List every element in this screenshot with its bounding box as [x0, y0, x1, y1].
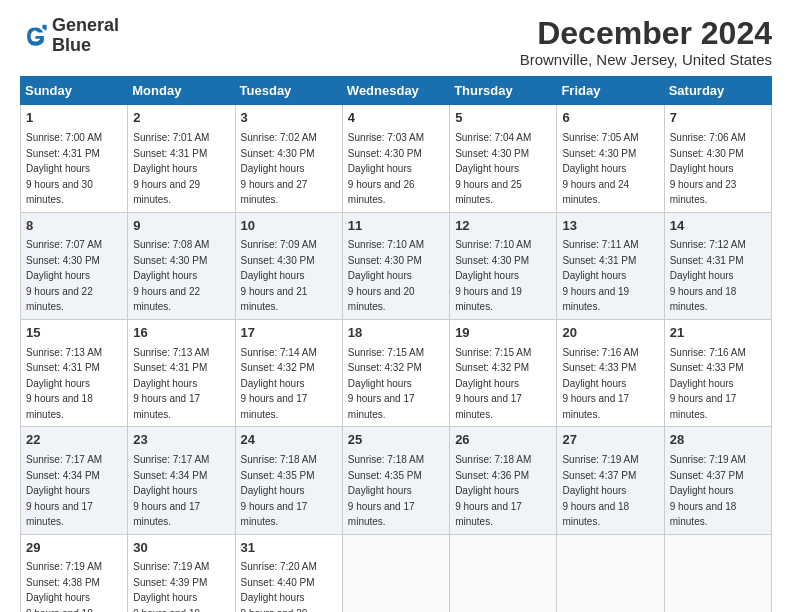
- day-cell: 5 Sunrise: 7:04 AMSunset: 4:30 PMDayligh…: [450, 105, 557, 212]
- day-cell: 24 Sunrise: 7:18 AMSunset: 4:35 PMDaylig…: [235, 427, 342, 534]
- day-cell: 20 Sunrise: 7:16 AMSunset: 4:33 PMDaylig…: [557, 319, 664, 426]
- day-info: Sunrise: 7:06 AMSunset: 4:30 PMDaylight …: [670, 132, 746, 205]
- day-info: Sunrise: 7:10 AMSunset: 4:30 PMDaylight …: [348, 239, 424, 312]
- logo-line2: Blue: [52, 36, 119, 56]
- day-info: Sunrise: 7:14 AMSunset: 4:32 PMDaylight …: [241, 347, 317, 420]
- day-cell: 25 Sunrise: 7:18 AMSunset: 4:35 PMDaylig…: [342, 427, 449, 534]
- day-number: 8: [26, 217, 122, 236]
- day-cell: [342, 534, 449, 612]
- day-cell: 29 Sunrise: 7:19 AMSunset: 4:38 PMDaylig…: [21, 534, 128, 612]
- day-info: Sunrise: 7:16 AMSunset: 4:33 PMDaylight …: [562, 347, 638, 420]
- day-cell: 17 Sunrise: 7:14 AMSunset: 4:32 PMDaylig…: [235, 319, 342, 426]
- day-number: 16: [133, 324, 229, 343]
- day-number: 25: [348, 431, 444, 450]
- day-number: 9: [133, 217, 229, 236]
- day-cell: 6 Sunrise: 7:05 AMSunset: 4:30 PMDayligh…: [557, 105, 664, 212]
- day-info: Sunrise: 7:13 AMSunset: 4:31 PMDaylight …: [26, 347, 102, 420]
- day-info: Sunrise: 7:02 AMSunset: 4:30 PMDaylight …: [241, 132, 317, 205]
- day-cell: 14 Sunrise: 7:12 AMSunset: 4:31 PMDaylig…: [664, 212, 771, 319]
- calendar-body: 1 Sunrise: 7:00 AMSunset: 4:31 PMDayligh…: [21, 105, 772, 612]
- day-cell: 15 Sunrise: 7:13 AMSunset: 4:31 PMDaylig…: [21, 319, 128, 426]
- calendar-title: December 2024: [520, 16, 772, 51]
- day-cell: 2 Sunrise: 7:01 AMSunset: 4:31 PMDayligh…: [128, 105, 235, 212]
- day-number: 7: [670, 109, 766, 128]
- day-info: Sunrise: 7:15 AMSunset: 4:32 PMDaylight …: [455, 347, 531, 420]
- day-number: 2: [133, 109, 229, 128]
- day-info: Sunrise: 7:19 AMSunset: 4:38 PMDaylight …: [26, 561, 102, 612]
- day-number: 28: [670, 431, 766, 450]
- day-info: Sunrise: 7:16 AMSunset: 4:33 PMDaylight …: [670, 347, 746, 420]
- day-number: 19: [455, 324, 551, 343]
- day-cell: 1 Sunrise: 7:00 AMSunset: 4:31 PMDayligh…: [21, 105, 128, 212]
- day-number: 14: [670, 217, 766, 236]
- calendar-header: SundayMondayTuesdayWednesdayThursdayFrid…: [21, 77, 772, 105]
- day-number: 29: [26, 539, 122, 558]
- day-number: 15: [26, 324, 122, 343]
- day-cell: 7 Sunrise: 7:06 AMSunset: 4:30 PMDayligh…: [664, 105, 771, 212]
- header-cell-wednesday: Wednesday: [342, 77, 449, 105]
- day-cell: 21 Sunrise: 7:16 AMSunset: 4:33 PMDaylig…: [664, 319, 771, 426]
- day-cell: 9 Sunrise: 7:08 AMSunset: 4:30 PMDayligh…: [128, 212, 235, 319]
- day-number: 1: [26, 109, 122, 128]
- day-number: 26: [455, 431, 551, 450]
- day-cell: 22 Sunrise: 7:17 AMSunset: 4:34 PMDaylig…: [21, 427, 128, 534]
- header-cell-friday: Friday: [557, 77, 664, 105]
- header-cell-saturday: Saturday: [664, 77, 771, 105]
- header-cell-thursday: Thursday: [450, 77, 557, 105]
- day-number: 20: [562, 324, 658, 343]
- day-number: 11: [348, 217, 444, 236]
- day-number: 17: [241, 324, 337, 343]
- day-cell: 30 Sunrise: 7:19 AMSunset: 4:39 PMDaylig…: [128, 534, 235, 612]
- header-row: SundayMondayTuesdayWednesdayThursdayFrid…: [21, 77, 772, 105]
- day-cell: 3 Sunrise: 7:02 AMSunset: 4:30 PMDayligh…: [235, 105, 342, 212]
- week-row-4: 22 Sunrise: 7:17 AMSunset: 4:34 PMDaylig…: [21, 427, 772, 534]
- day-number: 31: [241, 539, 337, 558]
- day-number: 3: [241, 109, 337, 128]
- day-info: Sunrise: 7:04 AMSunset: 4:30 PMDaylight …: [455, 132, 531, 205]
- header-cell-tuesday: Tuesday: [235, 77, 342, 105]
- day-info: Sunrise: 7:01 AMSunset: 4:31 PMDaylight …: [133, 132, 209, 205]
- day-info: Sunrise: 7:09 AMSunset: 4:30 PMDaylight …: [241, 239, 317, 312]
- day-cell: 23 Sunrise: 7:17 AMSunset: 4:34 PMDaylig…: [128, 427, 235, 534]
- day-info: Sunrise: 7:08 AMSunset: 4:30 PMDaylight …: [133, 239, 209, 312]
- day-cell: [557, 534, 664, 612]
- calendar-table: SundayMondayTuesdayWednesdayThursdayFrid…: [20, 76, 772, 612]
- day-info: Sunrise: 7:13 AMSunset: 4:31 PMDaylight …: [133, 347, 209, 420]
- day-number: 13: [562, 217, 658, 236]
- day-cell: 28 Sunrise: 7:19 AMSunset: 4:37 PMDaylig…: [664, 427, 771, 534]
- day-info: Sunrise: 7:19 AMSunset: 4:39 PMDaylight …: [133, 561, 209, 612]
- day-cell: 13 Sunrise: 7:11 AMSunset: 4:31 PMDaylig…: [557, 212, 664, 319]
- day-number: 23: [133, 431, 229, 450]
- day-cell: 19 Sunrise: 7:15 AMSunset: 4:32 PMDaylig…: [450, 319, 557, 426]
- day-info: Sunrise: 7:11 AMSunset: 4:31 PMDaylight …: [562, 239, 638, 312]
- logo: General Blue: [20, 16, 119, 56]
- week-row-2: 8 Sunrise: 7:07 AMSunset: 4:30 PMDayligh…: [21, 212, 772, 319]
- day-number: 12: [455, 217, 551, 236]
- day-number: 18: [348, 324, 444, 343]
- week-row-3: 15 Sunrise: 7:13 AMSunset: 4:31 PMDaylig…: [21, 319, 772, 426]
- page-header: General Blue December 2024 Brownville, N…: [20, 16, 772, 68]
- day-cell: [664, 534, 771, 612]
- day-number: 22: [26, 431, 122, 450]
- day-info: Sunrise: 7:03 AMSunset: 4:30 PMDaylight …: [348, 132, 424, 205]
- day-info: Sunrise: 7:20 AMSunset: 4:40 PMDaylight …: [241, 561, 317, 612]
- day-number: 21: [670, 324, 766, 343]
- day-cell: 31 Sunrise: 7:20 AMSunset: 4:40 PMDaylig…: [235, 534, 342, 612]
- day-info: Sunrise: 7:18 AMSunset: 4:36 PMDaylight …: [455, 454, 531, 527]
- day-cell: 18 Sunrise: 7:15 AMSunset: 4:32 PMDaylig…: [342, 319, 449, 426]
- day-info: Sunrise: 7:05 AMSunset: 4:30 PMDaylight …: [562, 132, 638, 205]
- week-row-1: 1 Sunrise: 7:00 AMSunset: 4:31 PMDayligh…: [21, 105, 772, 212]
- day-cell: 16 Sunrise: 7:13 AMSunset: 4:31 PMDaylig…: [128, 319, 235, 426]
- day-cell: 26 Sunrise: 7:18 AMSunset: 4:36 PMDaylig…: [450, 427, 557, 534]
- logo-text: General Blue: [52, 16, 119, 56]
- day-info: Sunrise: 7:00 AMSunset: 4:31 PMDaylight …: [26, 132, 102, 205]
- day-cell: 12 Sunrise: 7:10 AMSunset: 4:30 PMDaylig…: [450, 212, 557, 319]
- day-info: Sunrise: 7:10 AMSunset: 4:30 PMDaylight …: [455, 239, 531, 312]
- day-number: 5: [455, 109, 551, 128]
- day-number: 6: [562, 109, 658, 128]
- day-number: 24: [241, 431, 337, 450]
- day-cell: 10 Sunrise: 7:09 AMSunset: 4:30 PMDaylig…: [235, 212, 342, 319]
- week-row-5: 29 Sunrise: 7:19 AMSunset: 4:38 PMDaylig…: [21, 534, 772, 612]
- day-info: Sunrise: 7:07 AMSunset: 4:30 PMDaylight …: [26, 239, 102, 312]
- day-info: Sunrise: 7:17 AMSunset: 4:34 PMDaylight …: [26, 454, 102, 527]
